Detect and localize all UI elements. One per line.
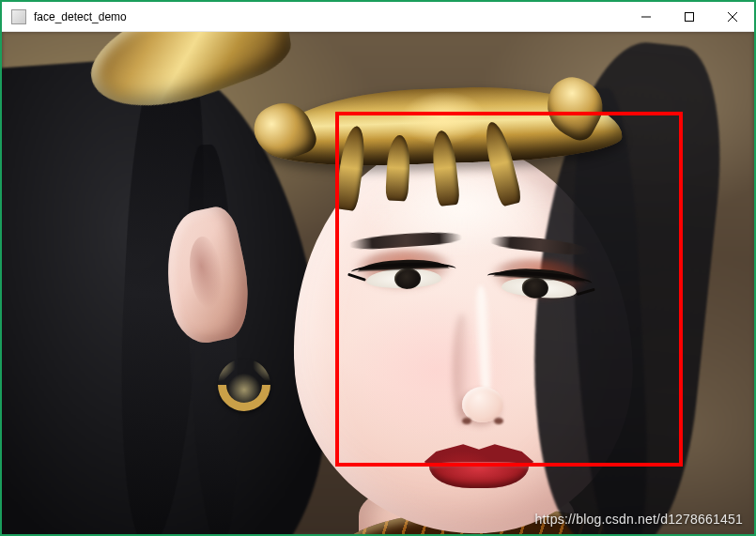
- rendered-image: [2, 32, 754, 534]
- minimize-icon: [641, 12, 651, 22]
- image-viewport: https://blog.csdn.net/d1278661451: [2, 32, 754, 534]
- close-button[interactable]: [711, 2, 754, 31]
- watermark-text: https://blog.csdn.net/d1278661451: [535, 512, 743, 527]
- window-controls: [625, 2, 754, 31]
- window-title: face_detect_demo: [34, 9, 625, 23]
- close-icon: [728, 12, 737, 22]
- titlebar: face_detect_demo: [2, 2, 754, 32]
- maximize-button[interactable]: [668, 2, 711, 31]
- minimize-button[interactable]: [625, 2, 668, 31]
- maximize-icon: [685, 12, 694, 22]
- app-icon: [11, 9, 26, 24]
- svg-rect-0: [686, 12, 694, 21]
